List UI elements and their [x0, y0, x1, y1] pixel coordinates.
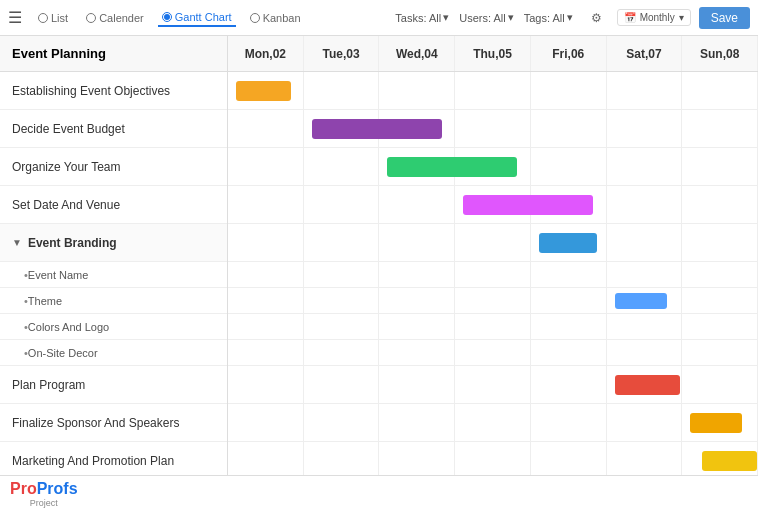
gantt-bar-t6[interactable]: [615, 375, 680, 395]
list-item-sub[interactable]: Theme: [0, 288, 227, 314]
list-item-sub[interactable]: On-Site Decor: [0, 340, 227, 366]
gantt-cell: [607, 442, 683, 475]
tab-gantt-label: Gantt Chart: [175, 11, 232, 23]
gantt-cell: [531, 366, 607, 403]
tab-list-label: List: [51, 12, 68, 24]
gantt-cell: [455, 442, 531, 475]
gantt-cell: [455, 110, 531, 147]
gantt-cell: [607, 340, 683, 365]
gantt-bar-t1[interactable]: [236, 81, 291, 101]
gantt-cell: [531, 442, 607, 475]
col-sun08: Sun,08: [682, 36, 758, 71]
tags-filter[interactable]: Tags: All ▾: [524, 11, 573, 24]
gantt-cell: [304, 442, 380, 475]
gantt-row: [228, 404, 758, 442]
gantt-cell: [607, 110, 683, 147]
gantt-bar-t8[interactable]: [702, 451, 757, 471]
gantt-cell: [455, 72, 531, 109]
gantt-cell: [379, 148, 455, 185]
gantt-cell: [379, 366, 455, 403]
gantt-cell: [228, 148, 304, 185]
gantt-cell: [455, 262, 531, 287]
gantt-cell: [379, 110, 455, 147]
gantt-cell: [531, 148, 607, 185]
gantt-cell: [682, 404, 758, 441]
gantt-row-sub: [228, 288, 758, 314]
tab-gantt[interactable]: Gantt Chart: [158, 9, 236, 27]
tab-list[interactable]: List: [34, 10, 72, 26]
gantt-cell: [228, 72, 304, 109]
gantt-cell: [531, 110, 607, 147]
gantt-row: [228, 72, 758, 110]
list-item[interactable]: Marketing And Promotion Plan: [0, 442, 227, 475]
gantt-cell: [531, 262, 607, 287]
tab-kanban[interactable]: Kanban: [246, 10, 305, 26]
gantt-cell: [455, 366, 531, 403]
gantt-cell: [379, 72, 455, 109]
gantt-cell: [607, 262, 683, 287]
col-tue03: Tue,03: [304, 36, 380, 71]
tab-calendar[interactable]: Calender: [82, 10, 148, 26]
gantt-cell: [228, 340, 304, 365]
list-item[interactable]: Finalize Sponsor And Speakers: [0, 404, 227, 442]
tasks-filter[interactable]: Tasks: All ▾: [395, 11, 449, 24]
gantt-row: [228, 186, 758, 224]
gantt-cell: [304, 366, 380, 403]
period-select[interactable]: 📅 Monthly ▾: [617, 9, 691, 26]
gantt-cell: [379, 404, 455, 441]
gantt-cell: [455, 404, 531, 441]
gantt-cell: [455, 288, 531, 313]
view-tabs: List Calender Gantt Chart Kanban: [34, 9, 305, 27]
col-thu05: Thu,05: [455, 36, 531, 71]
gantt-cell: [682, 224, 758, 261]
gantt-cell: [607, 224, 683, 261]
task-list: Event Planning Establishing Event Object…: [0, 36, 228, 475]
gantt-cell: [531, 314, 607, 339]
gantt-cell: [531, 288, 607, 313]
settings-icon[interactable]: ⚙: [585, 6, 609, 30]
gantt-row-sub: [228, 314, 758, 340]
save-button[interactable]: Save: [699, 7, 750, 29]
chevron-down-icon: ▼: [12, 237, 22, 248]
toolbar: ☰ List Calender Gantt Chart Kanban Tasks…: [0, 0, 758, 36]
list-item[interactable]: Establishing Event Objectives: [0, 72, 227, 110]
gantt-cell: [304, 224, 380, 261]
gantt-cell: [607, 288, 683, 313]
list-item-sub[interactable]: Event Name: [0, 262, 227, 288]
gantt-cell: [379, 224, 455, 261]
gantt-cell: [228, 314, 304, 339]
toolbar-icons: ⚙ 📅 Monthly ▾ Save: [585, 6, 750, 30]
gantt-cell: [531, 72, 607, 109]
tab-kanban-label: Kanban: [263, 12, 301, 24]
gantt-cell: [379, 262, 455, 287]
gantt-bar-t5[interactable]: [539, 233, 597, 253]
col-fri06: Fri,06: [531, 36, 607, 71]
gantt-row: [228, 442, 758, 475]
list-item[interactable]: Plan Program: [0, 366, 227, 404]
logo-pro: Pro: [10, 480, 37, 497]
list-item-group[interactable]: ▼ Event Branding: [0, 224, 227, 262]
calendar-icon: 📅: [624, 12, 636, 23]
gantt-cell: [379, 340, 455, 365]
gantt-cell: [228, 110, 304, 147]
menu-icon[interactable]: ☰: [8, 8, 22, 27]
users-filter[interactable]: Users: All ▾: [459, 11, 513, 24]
gantt-bar-theme[interactable]: [615, 293, 667, 309]
gantt-cell: [304, 404, 380, 441]
gantt-cell: [531, 224, 607, 261]
list-item[interactable]: Set Date And Venue: [0, 186, 227, 224]
gantt-rows: [228, 72, 758, 475]
gantt-cell: [455, 340, 531, 365]
list-item[interactable]: Decide Event Budget: [0, 110, 227, 148]
list-item-sub[interactable]: Colors And Logo: [0, 314, 227, 340]
col-sat07: Sat,07: [607, 36, 683, 71]
gantt-cell: [607, 186, 683, 223]
gantt-bar-t7[interactable]: [690, 413, 742, 433]
gantt-cell: [607, 404, 683, 441]
gantt-cell: [455, 224, 531, 261]
gantt-cell: [607, 314, 683, 339]
gantt-cell: [228, 224, 304, 261]
list-item[interactable]: Organize Your Team: [0, 148, 227, 186]
gantt-cell: [682, 186, 758, 223]
logo-profs: Profs: [37, 480, 78, 497]
